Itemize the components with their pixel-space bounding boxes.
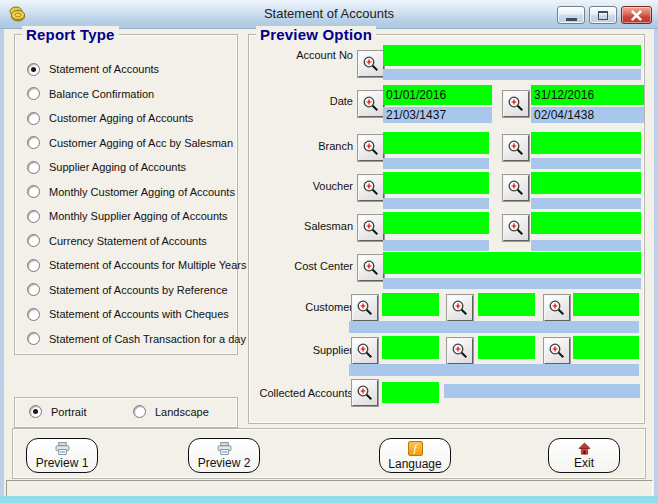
salesman-to-field[interactable] bbox=[531, 212, 641, 234]
supplier-field-3[interactable] bbox=[573, 336, 639, 359]
account-no-search-button[interactable] bbox=[358, 51, 384, 77]
cost-center-subfield[interactable] bbox=[383, 278, 641, 289]
window-bottom-border bbox=[0, 496, 658, 503]
date-from-hijri-field[interactable]: 21/03/1437 bbox=[383, 107, 492, 123]
radio-icon bbox=[27, 234, 40, 247]
magnifier-icon bbox=[507, 179, 525, 197]
branch-to-field[interactable] bbox=[531, 132, 641, 154]
report-option-with-cheques[interactable]: Statement of Accounts with Cheques bbox=[27, 302, 231, 327]
branch-from-field[interactable] bbox=[383, 132, 489, 154]
voucher-to-subfield[interactable] bbox=[531, 198, 641, 209]
collected-accounts-search-button[interactable] bbox=[352, 380, 378, 406]
magnifier-icon bbox=[356, 384, 374, 402]
landscape-radio[interactable]: Landscape bbox=[133, 405, 209, 418]
title-bar: Statement of Accounts bbox=[0, 0, 658, 29]
report-option-cash-transaction-day[interactable]: Statement of Cash Transaction for a day bbox=[27, 327, 231, 352]
date-to-hijri-field[interactable]: 02/04/1438 bbox=[531, 107, 644, 123]
report-option-statement-of-accounts[interactable]: Statement of Accounts bbox=[27, 57, 231, 82]
preview1-button[interactable]: Preview 1 bbox=[26, 438, 98, 473]
branch-from-search-button[interactable] bbox=[358, 135, 384, 161]
voucher-from-search-button[interactable] bbox=[358, 175, 384, 201]
magnifier-icon bbox=[362, 55, 380, 73]
preview-option-group-title: Preview Option bbox=[256, 26, 376, 43]
report-option-currency-statement[interactable]: Currency Statement of Accounts bbox=[27, 229, 231, 254]
branch-to-search-button[interactable] bbox=[503, 135, 529, 161]
customer-search-button-1[interactable] bbox=[352, 295, 378, 321]
account-no-subfield[interactable] bbox=[383, 69, 641, 80]
account-no-field[interactable] bbox=[383, 45, 641, 66]
salesman-label: Salesman bbox=[249, 220, 353, 232]
supplier-field-2[interactable] bbox=[478, 336, 535, 359]
branch-to-subfield[interactable] bbox=[531, 158, 641, 169]
report-option-multiple-years[interactable]: Statement of Accounts for Multiple Years bbox=[27, 253, 231, 278]
radio-icon bbox=[133, 405, 146, 418]
language-button[interactable]: f Language bbox=[379, 438, 451, 473]
customer-field-3[interactable] bbox=[573, 293, 639, 316]
voucher-to-search-button[interactable] bbox=[503, 175, 529, 201]
magnifier-icon bbox=[548, 342, 566, 360]
radio-icon bbox=[27, 112, 40, 125]
supplier-search-button-1[interactable] bbox=[352, 338, 378, 364]
orientation-panel: Portrait Landscape bbox=[14, 397, 238, 428]
customer-search-button-2[interactable] bbox=[447, 295, 473, 321]
customer-subfield[interactable] bbox=[349, 321, 639, 333]
preview2-button[interactable]: Preview 2 bbox=[188, 438, 260, 473]
salesman-from-subfield[interactable] bbox=[383, 240, 489, 251]
report-type-group-title: Report Type bbox=[22, 26, 119, 43]
magnifier-icon bbox=[356, 299, 374, 317]
voucher-from-field[interactable] bbox=[383, 172, 489, 194]
customer-search-button-3[interactable] bbox=[544, 295, 570, 321]
report-option-supplier-agging[interactable]: Supplier Agging of Accounts bbox=[27, 155, 231, 180]
app-window: Statement of Accounts Report Type Statem… bbox=[0, 0, 658, 503]
status-bar bbox=[6, 480, 653, 497]
exit-button[interactable]: Exit bbox=[548, 438, 620, 473]
magnifier-icon bbox=[451, 299, 469, 317]
close-button[interactable] bbox=[621, 6, 652, 24]
date-from-search-button[interactable] bbox=[358, 91, 384, 117]
customer-field-2[interactable] bbox=[478, 293, 535, 316]
portrait-radio[interactable]: Portrait bbox=[29, 405, 86, 418]
magnifier-icon bbox=[548, 299, 566, 317]
salesman-from-field[interactable] bbox=[383, 212, 489, 234]
date-to-field[interactable]: 31/12/2016 bbox=[531, 85, 644, 105]
supplier-search-button-2[interactable] bbox=[447, 338, 473, 364]
collected-accounts-subfield[interactable] bbox=[444, 384, 640, 398]
maximize-icon bbox=[598, 11, 608, 20]
magnifier-icon bbox=[356, 342, 374, 360]
minimize-icon bbox=[566, 18, 577, 21]
supplier-field-1[interactable] bbox=[382, 336, 439, 359]
supplier-label: Supplier bbox=[249, 344, 353, 356]
collected-accounts-label: Collected Accounts bbox=[249, 387, 353, 399]
report-option-balance-confirmation[interactable]: Balance Confirmation bbox=[27, 82, 231, 107]
printer-icon bbox=[217, 442, 232, 455]
report-option-monthly-customer-agging[interactable]: Monthly Customer Agging of Accounts bbox=[27, 180, 231, 205]
salesman-to-search-button[interactable] bbox=[503, 215, 529, 241]
report-option-customer-agging[interactable]: Customer Agging of Accounts bbox=[27, 106, 231, 131]
customer-field-1[interactable] bbox=[382, 293, 439, 316]
magnifier-icon bbox=[507, 139, 525, 157]
branch-from-subfield[interactable] bbox=[383, 158, 489, 169]
collected-accounts-field[interactable] bbox=[382, 382, 439, 403]
date-label: Date bbox=[249, 95, 353, 107]
voucher-to-field[interactable] bbox=[531, 172, 641, 194]
date-to-search-button[interactable] bbox=[503, 91, 529, 117]
report-option-customer-agging-by-salesman[interactable]: Customer Agging of Acc by Salesman bbox=[27, 131, 231, 156]
radio-icon bbox=[29, 405, 42, 418]
preview-option-group: Preview Option Account No Date 01/01/201… bbox=[248, 34, 645, 424]
maximize-button[interactable] bbox=[589, 6, 617, 24]
supplier-search-button-3[interactable] bbox=[544, 338, 570, 364]
minimize-button[interactable] bbox=[557, 6, 585, 24]
voucher-from-subfield[interactable] bbox=[383, 198, 489, 209]
cost-center-field[interactable] bbox=[383, 252, 641, 274]
voucher-label: Voucher bbox=[249, 180, 353, 192]
report-option-monthly-supplier-agging[interactable]: Monthly Supplier Agging of Accounts bbox=[27, 204, 231, 229]
salesman-from-search-button[interactable] bbox=[358, 215, 384, 241]
account-no-label: Account No bbox=[249, 49, 353, 61]
salesman-to-subfield[interactable] bbox=[531, 240, 641, 251]
date-from-field[interactable]: 01/01/2016 bbox=[383, 85, 492, 105]
radio-icon bbox=[27, 308, 40, 321]
cost-center-search-button[interactable] bbox=[358, 255, 384, 281]
magnifier-icon bbox=[362, 139, 380, 157]
supplier-subfield[interactable] bbox=[349, 364, 639, 376]
report-option-by-reference[interactable]: Statement of Accounts by Reference bbox=[27, 278, 231, 303]
